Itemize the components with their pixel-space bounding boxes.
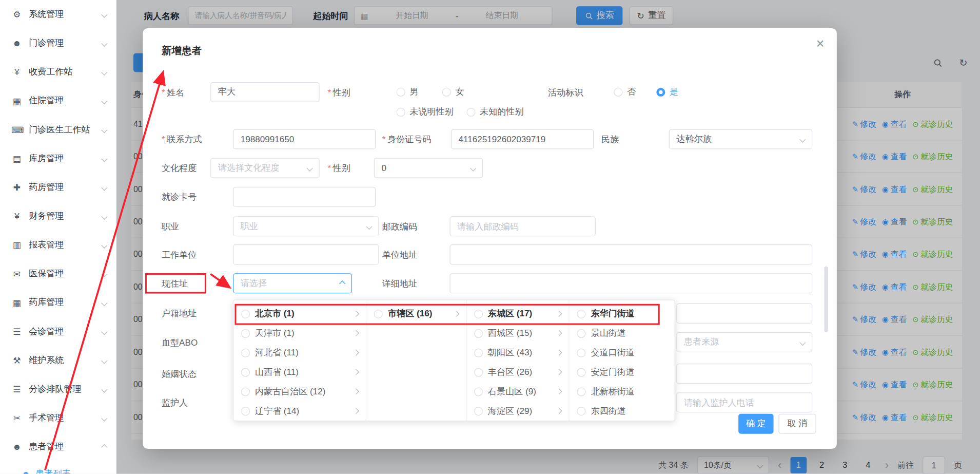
- sidebar-item[interactable]: ✉ 医保管理: [0, 259, 116, 288]
- ethnicity-select[interactable]: 达斡尔族: [669, 129, 813, 149]
- chevron-right-icon: [556, 350, 562, 356]
- sidebar-item[interactable]: ✂ 手术管理: [0, 404, 116, 432]
- radio-icon: [466, 108, 475, 117]
- cascader-option-label: 市辖区 (16): [388, 308, 449, 319]
- household-detail-input[interactable]: [676, 304, 812, 324]
- cascader-option[interactable]: 东华门街道: [570, 304, 674, 324]
- sidebar-item[interactable]: ▦ 药库管理: [0, 289, 116, 317]
- doctor-workstation-icon: ⌨: [11, 125, 23, 135]
- close-icon[interactable]: ×: [816, 36, 825, 52]
- sidebar-item[interactable]: ▤ 库房管理: [0, 144, 116, 173]
- cascader-option[interactable]: 内蒙古自治区 (12): [233, 382, 366, 401]
- inpatient-icon: ▦: [11, 96, 23, 106]
- radio-icon[interactable]: [241, 368, 250, 376]
- cascader-option[interactable]: 西城区 (15): [466, 324, 569, 343]
- radio-icon[interactable]: [474, 329, 483, 337]
- education-select[interactable]: 请选择文化程度: [210, 158, 319, 178]
- radio-icon[interactable]: [577, 348, 586, 357]
- cascader-option[interactable]: 天津市 (1): [233, 324, 366, 343]
- radio-icon[interactable]: [241, 407, 250, 415]
- radio-icon[interactable]: [474, 368, 483, 376]
- sidebar-item[interactable]: ☰ 分诊排队管理: [0, 375, 116, 404]
- gender-code-value: 0: [381, 163, 386, 173]
- radio-icon[interactable]: [577, 329, 586, 337]
- confirm-button[interactable]: 确 定: [738, 414, 773, 434]
- radio-icon[interactable]: [241, 348, 250, 357]
- cascader-option[interactable]: 朝阳区 (43): [466, 343, 569, 363]
- radio-icon[interactable]: [474, 387, 483, 396]
- radio-icon[interactable]: [241, 387, 250, 396]
- sidebar-item-label: 库房管理: [29, 153, 64, 164]
- radio-male[interactable]: 男: [397, 82, 419, 102]
- sidebar-item-label: 门诊管理: [29, 37, 64, 49]
- radio-active-no[interactable]: 否: [614, 82, 636, 102]
- radio-icon[interactable]: [474, 348, 483, 357]
- radio-gender-unstated[interactable]: 未说明性别: [397, 102, 454, 122]
- unit-address-input[interactable]: [449, 244, 812, 264]
- id-number-input[interactable]: [451, 129, 594, 149]
- gender-code-select[interactable]: 0: [374, 158, 483, 178]
- cascader-option[interactable]: 石景山区 (9): [466, 382, 569, 401]
- cascader-option[interactable]: 景山街道: [570, 324, 674, 343]
- sidebar-item[interactable]: ☻ 患者管理: [0, 432, 116, 461]
- detail-address-input[interactable]: [449, 273, 812, 293]
- postcode-input[interactable]: [449, 216, 595, 236]
- cascader-option[interactable]: 海淀区 (29): [466, 401, 569, 421]
- sidebar-item[interactable]: ☻ 门诊管理: [0, 29, 116, 58]
- radio-icon[interactable]: [577, 407, 586, 415]
- sidebar-item[interactable]: ¥ 收费工作站: [0, 58, 116, 86]
- radio-icon[interactable]: [474, 407, 483, 415]
- radio-gender-unknown[interactable]: 未知的性别: [466, 102, 523, 122]
- chevron-right-icon: [353, 408, 359, 414]
- contact-input[interactable]: [233, 129, 376, 149]
- card-no-input[interactable]: [233, 187, 376, 207]
- insurance-icon: ✉: [11, 269, 23, 279]
- radio-icon[interactable]: [577, 387, 586, 396]
- sidebar-item[interactable]: ⌨ 门诊医生工作站: [0, 116, 116, 144]
- sidebar-item[interactable]: ▥ 报表管理: [0, 231, 116, 259]
- cascader-option[interactable]: 山西省 (11): [233, 363, 366, 382]
- radio-female[interactable]: 女: [442, 82, 464, 102]
- id-number-label: *身份证号码: [382, 129, 432, 149]
- cascader-option[interactable]: 河北省 (11): [233, 343, 366, 363]
- gender-label: *性别: [327, 82, 350, 102]
- patient-source-select[interactable]: 患者来源: [676, 332, 812, 352]
- cascader-option-label: 丰台区 (26): [488, 366, 552, 377]
- occupation-select[interactable]: 职业: [233, 216, 379, 236]
- radio-icon[interactable]: [241, 329, 250, 337]
- cancel-button[interactable]: 取 消: [778, 414, 816, 434]
- cascader-option[interactable]: 东四街道: [570, 401, 674, 421]
- cascader-option[interactable]: 东城区 (17): [466, 304, 569, 324]
- cascader-option-label: 河北省 (11): [255, 347, 349, 358]
- name-input[interactable]: [210, 82, 319, 102]
- cascader-option-label: 西城区 (15): [488, 328, 552, 339]
- marital-status-label: 婚姻状态: [162, 364, 197, 384]
- sidebar-item[interactable]: ▦ 住院管理: [0, 86, 116, 115]
- work-unit-input[interactable]: [233, 244, 379, 264]
- current-address-cascader-trigger[interactable]: 请选择: [233, 273, 352, 293]
- modal-scrollbar[interactable]: [824, 267, 828, 332]
- cascader-option[interactable]: 丰台区 (26): [466, 363, 569, 382]
- marital-right-input[interactable]: [676, 364, 812, 384]
- sidebar-item[interactable]: ⚙ 系统管理: [0, 0, 116, 29]
- cascader-option[interactable]: 北京市 (1): [233, 304, 366, 324]
- cascader-option[interactable]: 辽宁省 (14): [233, 401, 366, 421]
- cascader-option[interactable]: 市辖区 (16): [367, 304, 466, 324]
- radio-active-yes[interactable]: 是: [656, 82, 678, 102]
- sidebar-item-patient-list[interactable]: ☻ 患者列表: [0, 461, 116, 473]
- cascader-option[interactable]: 北新桥街道: [570, 382, 674, 401]
- sidebar-item[interactable]: ✚ 药房管理: [0, 173, 116, 202]
- radio-icon[interactable]: [577, 309, 586, 318]
- radio-icon[interactable]: [474, 309, 483, 318]
- guardian-phone-input[interactable]: [676, 392, 812, 412]
- cascader-option[interactable]: 交道口街道: [570, 343, 674, 363]
- sidebar-item[interactable]: ¥ 财务管理: [0, 202, 116, 231]
- cascader-option[interactable]: 安定门街道: [570, 363, 674, 382]
- chevron-down-icon: [101, 415, 107, 421]
- sidebar-item[interactable]: ☰ 会诊管理: [0, 317, 116, 346]
- chevron-right-icon: [353, 388, 359, 394]
- radio-icon[interactable]: [241, 309, 250, 318]
- sidebar-item[interactable]: ⚒ 维护系统: [0, 346, 116, 375]
- radio-icon[interactable]: [374, 309, 383, 318]
- radio-icon[interactable]: [577, 368, 586, 376]
